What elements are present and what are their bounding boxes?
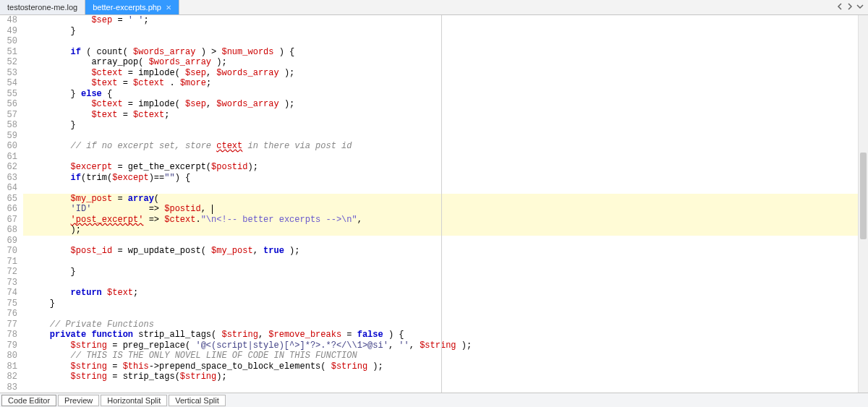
code-line[interactable]: if ( count( $words_array ) > $num_words … (23, 47, 868, 58)
line-number: 81 (0, 361, 23, 372)
code-line[interactable] (23, 183, 868, 194)
line-number: 67 (0, 215, 23, 226)
tab-active[interactable]: better-excerpts.php ✕ (85, 0, 179, 14)
tab-inactive[interactable]: testosterone-me.log (0, 0, 85, 14)
view-tab-horizontal-split[interactable]: Horizontal Split (101, 395, 167, 406)
line-number: 60 (0, 141, 23, 152)
code-line[interactable]: } (23, 299, 868, 309)
code-line[interactable] (23, 257, 868, 267)
code-line[interactable] (23, 36, 868, 47)
tab-label: better-excerpts.php (93, 3, 161, 12)
line-number: 82 (0, 372, 23, 382)
code-line[interactable]: $sep = ' '; (23, 15, 868, 26)
scrollbar-thumb[interactable] (860, 153, 867, 239)
line-number: 83 (0, 382, 23, 393)
line-number: 68 (0, 225, 23, 236)
code-line[interactable]: $string = preg_replace( '@<(script|style… (23, 340, 868, 351)
code-line[interactable]: 'ID' => $postid, (23, 204, 868, 215)
line-number: 50 (0, 36, 23, 47)
line-number: 75 (0, 299, 23, 309)
code-line[interactable]: ); (23, 225, 868, 236)
line-number: 65 (0, 194, 23, 205)
line-number-gutter: 4849505152535455565758596061626364656667… (0, 15, 23, 393)
code-line[interactable]: } (23, 120, 868, 131)
pane-splitter[interactable] (441, 15, 442, 393)
code-line[interactable]: $excerpt = get_the_excerpt($postid); (23, 162, 868, 173)
vertical-scrollbar[interactable] (858, 15, 868, 393)
view-mode-tabs: Code Editor Preview Horizontal Split Ver… (0, 393, 868, 407)
line-number: 55 (0, 89, 23, 100)
line-number: 48 (0, 15, 23, 26)
code-line[interactable]: // if no excerpt set, store ctext in the… (23, 141, 868, 152)
line-number: 59 (0, 131, 23, 142)
tab-bar: testosterone-me.log better-excerpts.php … (0, 0, 868, 15)
line-number: 73 (0, 278, 23, 288)
code-line[interactable] (23, 309, 868, 320)
code-line[interactable]: // THIS IS THE ONLY NOVEL LINE OF CODE I… (23, 351, 868, 361)
editor-area: 4849505152535455565758596061626364656667… (0, 15, 868, 393)
code-line[interactable] (23, 236, 868, 247)
code-line[interactable]: } else { (23, 89, 868, 100)
code-line[interactable]: $my_post = array( (23, 194, 868, 205)
line-number: 63 (0, 173, 23, 184)
code-line[interactable]: private function strip_all_tags( $string… (23, 330, 868, 340)
code-line[interactable]: } (23, 26, 868, 37)
line-number: 53 (0, 68, 23, 79)
line-number: 79 (0, 340, 23, 351)
line-number: 71 (0, 257, 23, 267)
line-number: 49 (0, 26, 23, 37)
code-line[interactable] (23, 131, 868, 142)
line-number: 70 (0, 246, 23, 257)
tab-label: testosterone-me.log (7, 3, 77, 12)
line-number: 72 (0, 267, 23, 278)
tab-nav-controls (836, 0, 868, 14)
line-number: 74 (0, 288, 23, 299)
line-number: 77 (0, 320, 23, 330)
code-line[interactable]: $text = $ctext; (23, 110, 868, 121)
code-line[interactable]: $string = strip_tags($string); (23, 372, 868, 382)
line-number: 62 (0, 162, 23, 173)
close-icon[interactable]: ✕ (166, 4, 171, 12)
tab-prev-icon[interactable] (836, 2, 843, 12)
view-tab-code-editor[interactable]: Code Editor (1, 395, 56, 406)
code-line[interactable]: $post_id = wp_update_post( $my_post, tru… (23, 246, 868, 257)
code-line[interactable]: if(trim($except)=="") { (23, 173, 868, 184)
code-line[interactable]: $text = $ctext . $more; (23, 78, 868, 89)
code-line[interactable]: } (23, 267, 868, 278)
line-number: 52 (0, 57, 23, 68)
line-number: 66 (0, 204, 23, 215)
code-line[interactable]: array_pop( $words_array ); (23, 57, 868, 68)
view-tab-vertical-split[interactable]: Vertical Split (169, 395, 226, 406)
line-number: 76 (0, 309, 23, 320)
line-number: 56 (0, 99, 23, 110)
line-number: 58 (0, 120, 23, 131)
line-number: 61 (0, 152, 23, 163)
tab-menu-icon[interactable] (856, 2, 864, 12)
code-line[interactable]: $ctext = implode( $sep, $words_array ); (23, 99, 868, 110)
code-line[interactable] (23, 152, 868, 163)
line-number: 57 (0, 110, 23, 121)
code-line[interactable]: return $text; (23, 288, 868, 299)
line-number: 51 (0, 47, 23, 58)
line-number: 54 (0, 78, 23, 89)
code-line[interactable]: $ctext = implode( $sep, $words_array ); (23, 68, 868, 79)
line-number: 64 (0, 183, 23, 194)
tab-next-icon[interactable] (846, 2, 854, 12)
code-line[interactable] (23, 382, 868, 393)
code-line[interactable]: $string = $this->prepend_space_to_block_… (23, 361, 868, 372)
code-line[interactable] (23, 278, 868, 288)
line-number: 69 (0, 236, 23, 247)
code-line[interactable]: // Private Functions (23, 320, 868, 330)
line-number: 80 (0, 351, 23, 361)
code-pane[interactable]: $sep = ' '; } if ( count( $words_array )… (23, 15, 868, 393)
view-tab-preview[interactable]: Preview (58, 395, 99, 406)
line-number: 78 (0, 330, 23, 340)
code-line[interactable]: 'post_excerpt' => $ctext."\n<!-- better … (23, 215, 868, 226)
